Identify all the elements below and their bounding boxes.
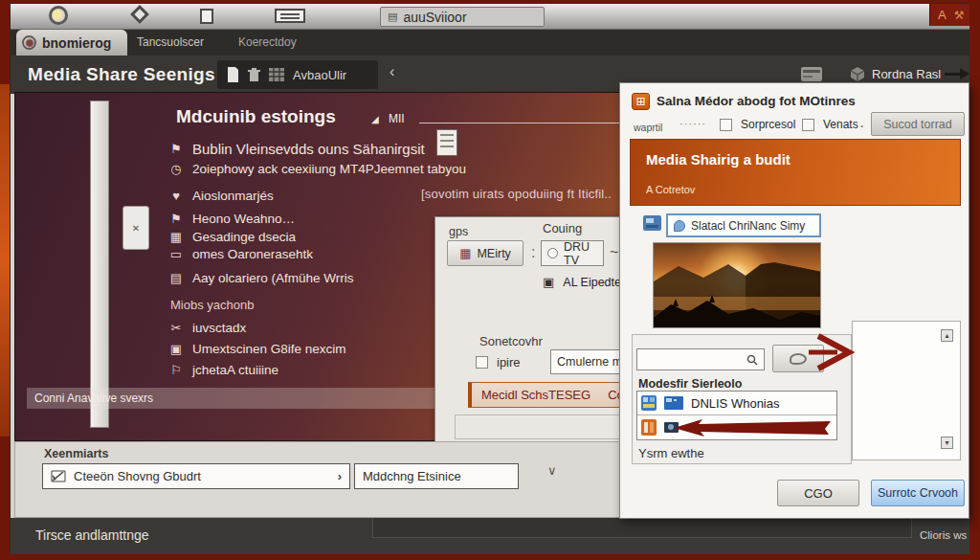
annotation-arrow-head — [960, 68, 969, 79]
tab-bar: bnomierog Tancsuolscer Koerectdoy — [11, 30, 969, 56]
panel-status-text: Conni Anavalive svexrs — [34, 392, 153, 405]
app-launcher-icon[interactable] — [49, 6, 68, 25]
sidebar-item[interactable]: ◷ 2oiephowy ack ceexiiung MT4PJeemnet ta… — [168, 162, 466, 176]
sorprcesol-checkbox[interactable]: Sorprcesol — [720, 118, 795, 131]
divider-line — [419, 123, 632, 123]
desktop: ▤ auuSviioor A ⚒ bnomierog Tancsuolscer … — [0, 0, 980, 560]
dru-tv-radio-group[interactable]: DRU TV — [541, 240, 604, 266]
text-document-icon — [436, 129, 457, 156]
sidebar-item[interactable]: ▦ Gesadinge dsecia — [168, 230, 296, 244]
cancel-button[interactable]: CGO — [777, 480, 859, 506]
toolbar-dropdown[interactable]: AvbaoUlir — [293, 68, 346, 82]
sucod-torrad-label: Sucod torrad — [883, 118, 952, 131]
share-dialog: ⊞ Salna Médor abodg fot MOtinres waprtil… — [619, 82, 969, 519]
sidebar-item[interactable]: ⚑ Heono Weahno… — [168, 212, 295, 226]
device-list: DNLIS Whonias — [636, 391, 837, 440]
highlight-left-text: Mecidl SchsTESEG — [481, 388, 590, 402]
sucod-torrad-button[interactable]: Sucod torrad — [871, 112, 965, 136]
indicator-icon: ⚒ — [954, 9, 965, 22]
device-list-label: DNLIS Whonias — [691, 396, 779, 411]
meirty-button[interactable]: ▦ MEirty — [447, 240, 523, 266]
tab-active[interactable]: bnomierog — [16, 30, 127, 56]
sharing-dropdown[interactable]: Cteeön Shovng Gbudrt › — [42, 463, 350, 489]
flag-outline-icon: ⚐ — [168, 363, 184, 377]
radio-icon[interactable] — [547, 248, 558, 258]
primary-button-label: Surrotc Crvooh — [878, 486, 958, 500]
scrollbar[interactable] — [90, 101, 109, 428]
address-bar[interactable]: ▤ auuSviioor — [380, 7, 545, 27]
list-icon[interactable] — [275, 9, 305, 23]
header-toolbar: AvbaoUlir — [217, 60, 378, 89]
device-list-row[interactable] — [637, 415, 836, 439]
chevron-down-icon[interactable]: ∨ — [547, 463, 557, 478]
ipire-label: ipire — [497, 355, 521, 370]
share-name-field[interactable]: Slatacl ChriNanc Simy — [666, 213, 821, 237]
section-label: Modesfir Sierleolo — [638, 377, 742, 391]
sidebar-item-label: Aay olcariero (Afmühe Wrris — [192, 271, 354, 285]
settings-heading: Mdcuinib estoings — [176, 106, 336, 127]
sidebar-item[interactable]: ▣ Umextscinen G8ife nexcim — [168, 342, 346, 356]
sidebar-item[interactable]: ✂ iuvsctadx — [168, 321, 246, 335]
radio-label: DRU TV — [564, 240, 597, 267]
device-list-row[interactable]: DNLIS Whonias — [637, 392, 836, 415]
group-couing-label: Couing — [543, 221, 582, 235]
tab-active-label: bnomierog — [42, 35, 111, 51]
browser-chrome: ▤ auuSviioor A ⚒ — [11, 4, 969, 30]
sidebar-item[interactable]: ▤ Aay olcariero (Afmühe Wrris — [168, 271, 354, 285]
device-field[interactable]: Mddchng Etsinice — [354, 463, 519, 489]
chevron-left-icon[interactable]: ‹ — [390, 63, 394, 80]
monitor-icon: ▭ — [168, 247, 184, 261]
diamond-icon[interactable] — [130, 5, 149, 24]
status-bar: Tirsce andlamttnge Clioris ws — [11, 518, 969, 554]
tab-transvolscer[interactable]: Tancsuolscer — [137, 35, 204, 49]
checkbox-icon[interactable] — [476, 356, 488, 369]
status-bar-right-text: Clioris ws — [920, 529, 967, 541]
sidebar-item[interactable]: ▭ omes Oaronerasehtk — [168, 247, 313, 261]
page-icon: ▤ — [168, 271, 184, 285]
sharing-dropdown-value: Cteeön Shovng Gbudrt — [74, 469, 201, 483]
checkbox-icon[interactable] — [802, 119, 814, 131]
bottom-panel: Xeenmiarts Cteeön Shovng Gbudrt › Mddchn… — [14, 441, 635, 518]
document-icon[interactable] — [200, 9, 213, 24]
tab-koerectdoy[interactable]: Koerectdoy — [238, 35, 297, 49]
file-icon[interactable] — [227, 67, 239, 82]
thumb-icon — [790, 353, 807, 365]
scroll-handle[interactable]: ✕ — [122, 206, 149, 250]
card-icon[interactable] — [801, 67, 822, 81]
chevron-right-icon[interactable]: › — [338, 469, 342, 483]
sidebar-item-label: jchetaA ctuiiine — [192, 363, 278, 377]
droplet-icon — [674, 220, 685, 232]
box-icon[interactable] — [849, 66, 866, 82]
tilde-mark: ~ — [610, 244, 618, 261]
sidebar-item[interactable]: ♥ Aioslonmarjés — [168, 189, 274, 203]
back-icon[interactable] — [22, 35, 36, 50]
sonetcovhr-label: Sonetcovhr — [479, 334, 543, 348]
indicator-letter: A — [938, 8, 947, 22]
sidebar-item-label: Bublin Vleinsevdds ouns Sähanirgsit — [192, 141, 425, 157]
share-name-value: Slatacl ChriNanc Simy — [691, 219, 805, 233]
grid-icon[interactable] — [269, 68, 284, 81]
package-icon — [641, 419, 657, 436]
checkbox-icon[interactable] — [720, 119, 732, 131]
system-indicator[interactable]: A ⚒ — [929, 4, 969, 26]
search-field[interactable] — [636, 348, 765, 370]
overlay-note: [sovotim uirats opoduiing ft Iticfil.. — [421, 187, 612, 201]
status-bar-notch — [372, 518, 912, 538]
screen-icon: ▣ — [168, 342, 184, 356]
flag-icon: ⚑ — [168, 212, 184, 226]
ipire-checkbox-row[interactable]: ipire — [476, 355, 521, 370]
venats-checkbox[interactable]: Venats — [802, 118, 858, 131]
dot-separator: · — [859, 118, 864, 135]
sidebar-item[interactable]: ⚑ Bublin Vleinsevdds ouns Sähanirgsit — [168, 141, 425, 157]
sidebar-item[interactable]: ⚐ jchetaA ctuiiine — [168, 363, 278, 377]
scroll-down-button[interactable]: ▾ — [941, 437, 953, 449]
dialog-title: Salna Médor abodg fot MOtinres — [657, 94, 856, 108]
sidebar-item-label: Heono Weahno… — [192, 212, 295, 226]
al-expedte-checkbox[interactable]: ▣ AL Eipedte c — [543, 275, 631, 289]
scroll-up-button[interactable]: ▴ — [941, 329, 953, 342]
primary-button[interactable]: Surrotc Crvooh — [871, 480, 965, 506]
trash-icon[interactable] — [248, 68, 260, 82]
side-listbox[interactable]: ▴ ▾ — [852, 321, 961, 460]
checkbox-dark-icon[interactable]: ▣ — [543, 275, 554, 289]
address-bar-text: auuSviioor — [403, 10, 466, 25]
